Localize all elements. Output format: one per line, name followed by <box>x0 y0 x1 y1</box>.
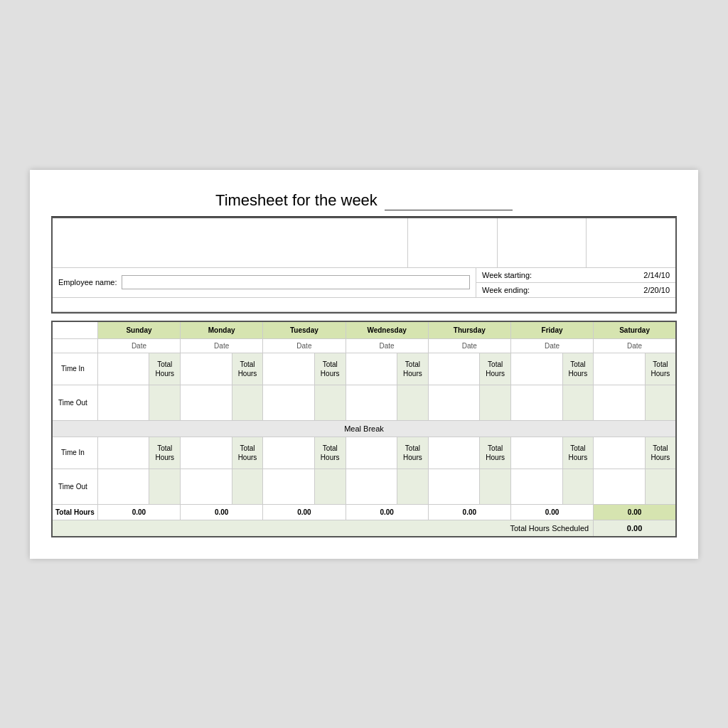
title-row: Timesheet for the week <box>51 191 677 217</box>
mon-total-1: TotalHours <box>232 353 263 385</box>
timesheet-table: Sunday Monday Tuesday Wednesday Thursday… <box>51 321 677 537</box>
week-underline[interactable] <box>385 191 513 210</box>
logo-mid1 <box>408 218 498 267</box>
saturday-header: Saturday <box>594 321 676 339</box>
fri-total-1: TotalHours <box>562 353 594 385</box>
thu-timein-1[interactable] <box>428 353 480 385</box>
wed-total-out-1 <box>397 385 429 420</box>
wed-timein-2[interactable] <box>346 437 397 469</box>
time-out-row-2: Time Out <box>52 469 676 504</box>
mon-day-total: 0.00 <box>181 504 263 520</box>
thu-timeout-1[interactable] <box>428 385 480 420</box>
week-ending-value: 2/20/10 <box>643 286 670 294</box>
sun-total-out-1 <box>149 385 181 420</box>
time-out-label-2: Time Out <box>52 469 97 504</box>
sat-timein-2[interactable] <box>594 437 646 469</box>
tue-timein-1[interactable] <box>263 353 315 385</box>
info-row: Employee name: Week starting: 2/14/10 We… <box>53 268 675 298</box>
totals-row: Total Hours 0.00 0.00 0.00 0.00 0.00 0.0… <box>52 504 676 520</box>
tue-total-out-1 <box>314 385 346 420</box>
sun-timein-2[interactable] <box>97 437 149 469</box>
sat-total-2: TotalHours <box>645 437 676 469</box>
logo-mid2 <box>498 218 587 267</box>
sat-total-1: TotalHours <box>645 353 676 385</box>
mon-timeout-2[interactable] <box>181 469 232 504</box>
sunday-header: Sunday <box>97 321 180 339</box>
time-out-label-1: Time Out <box>52 385 97 420</box>
employee-label: Employee name: <box>58 278 117 287</box>
tue-timein-2[interactable] <box>263 437 315 469</box>
mon-total-out-1 <box>232 385 263 420</box>
fri-timeout-2[interactable] <box>510 469 562 504</box>
fri-timeout-1[interactable] <box>510 385 562 420</box>
week-ending-label: Week ending: <box>482 286 643 294</box>
logo-row <box>53 218 675 268</box>
logo-left <box>53 218 408 267</box>
mon-total-out-2 <box>232 469 263 504</box>
thu-total-out-2 <box>480 469 511 504</box>
logo-right <box>587 218 675 267</box>
fri-total-out-2 <box>562 469 594 504</box>
saturday-date: Date <box>594 338 676 353</box>
total-hours-row-label: Total Hours <box>52 504 97 520</box>
tue-timeout-1[interactable] <box>263 385 315 420</box>
time-in-row-1: Time In TotalHours TotalHours TotalHours… <box>52 353 676 385</box>
wed-timeout-1[interactable] <box>346 385 397 420</box>
wednesday-date: Date <box>346 338 428 353</box>
tuesday-header: Tuesday <box>263 321 346 339</box>
sat-timeout-1[interactable] <box>594 385 646 420</box>
scheduled-label: Total Hours Scheduled <box>52 520 594 537</box>
mon-timein-2[interactable] <box>181 437 232 469</box>
day-header-row: Sunday Monday Tuesday Wednesday Thursday… <box>52 321 676 339</box>
scheduled-value: 0.00 <box>594 520 676 537</box>
week-section: Week starting: 2/14/10 Week ending: 2/20… <box>476 268 675 297</box>
thu-total-2: TotalHours <box>480 437 511 469</box>
title-text: Timesheet for the week <box>215 191 378 209</box>
mon-timein-1[interactable] <box>181 353 232 385</box>
mon-timeout-1[interactable] <box>181 385 232 420</box>
sun-timeout-1[interactable] <box>97 385 149 420</box>
employee-input[interactable] <box>122 275 470 289</box>
sun-total-out-2 <box>149 469 181 504</box>
fri-timein-2[interactable] <box>510 437 562 469</box>
corner-cell <box>52 321 97 339</box>
tue-total-2: TotalHours <box>314 437 346 469</box>
thu-timeout-2[interactable] <box>428 469 480 504</box>
wed-timein-1[interactable] <box>346 353 397 385</box>
scheduled-row: Total Hours Scheduled 0.00 <box>52 520 676 537</box>
tue-total-out-2 <box>314 469 346 504</box>
time-in-label-2: Time In <box>52 437 97 469</box>
monday-header: Monday <box>181 321 263 339</box>
employee-section: Employee name: <box>53 268 476 297</box>
week-starting-value: 2/14/10 <box>643 271 670 279</box>
thursday-header: Thursday <box>428 321 510 339</box>
tue-total-1: TotalHours <box>314 353 346 385</box>
tuesday-date: Date <box>263 338 346 353</box>
tue-day-total: 0.00 <box>263 504 346 520</box>
sunday-date: Date <box>97 338 180 353</box>
thu-total-out-1 <box>480 385 511 420</box>
wed-total-out-2 <box>397 469 429 504</box>
week-starting-label: Week starting: <box>482 271 643 279</box>
fri-total-2: TotalHours <box>562 437 594 469</box>
meal-break-row: Meal Break <box>52 420 676 437</box>
sun-day-total: 0.00 <box>97 504 180 520</box>
thu-timein-2[interactable] <box>428 437 480 469</box>
timesheet-page: Timesheet for the week Employee name: We… <box>30 170 698 559</box>
sat-timeout-2[interactable] <box>594 469 646 504</box>
thursday-date: Date <box>428 338 510 353</box>
sun-timein-1[interactable] <box>97 353 149 385</box>
wed-timeout-2[interactable] <box>346 469 397 504</box>
wednesday-header: Wednesday <box>346 321 428 339</box>
time-out-row-1: Time Out <box>52 385 676 420</box>
week-ending-row: Week ending: 2/20/10 <box>476 283 675 297</box>
sat-total-out-1 <box>645 385 676 420</box>
tue-timeout-2[interactable] <box>263 469 315 504</box>
fri-timein-1[interactable] <box>510 353 562 385</box>
week-starting-row: Week starting: 2/14/10 <box>476 268 675 283</box>
sun-timeout-2[interactable] <box>97 469 149 504</box>
date-corner <box>52 338 97 353</box>
sat-timein-1[interactable] <box>594 353 646 385</box>
time-in-label-1: Time In <box>52 353 97 385</box>
wed-day-total: 0.00 <box>346 504 428 520</box>
